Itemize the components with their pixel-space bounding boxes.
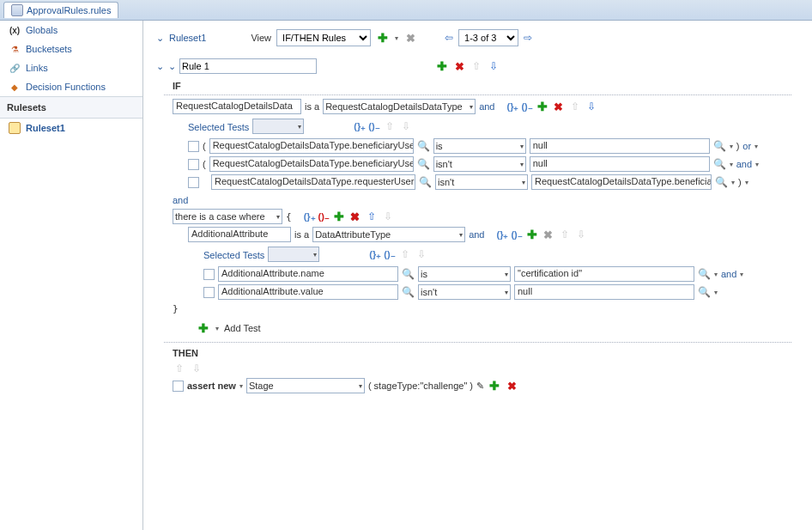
test-op-select[interactable]: isn't▾ xyxy=(435,174,528,190)
action-down-button[interactable]: ⇩ xyxy=(190,362,203,375)
add-pattern-button[interactable]: ✚ xyxy=(332,210,346,223)
bracket-add-icon[interactable]: (}₊ xyxy=(496,229,508,241)
test-checkbox[interactable] xyxy=(188,177,199,188)
test-op-select[interactable]: isn't▾ xyxy=(433,156,526,172)
rhs-menu-icon[interactable]: ▾ xyxy=(731,179,735,186)
add-rule-menu-icon[interactable]: ▾ xyxy=(395,34,398,42)
rhs-menu-icon[interactable]: ▾ xyxy=(714,271,718,278)
pattern-down-button[interactable]: ⇩ xyxy=(381,210,395,223)
rhs-menu-icon[interactable]: ▾ xyxy=(730,161,733,168)
action-verb[interactable]: assert new xyxy=(187,381,236,391)
test-rhs-field[interactable]: null xyxy=(530,156,710,172)
action-menu-icon[interactable]: ▾ xyxy=(239,382,243,390)
conjunction-label[interactable]: and xyxy=(736,159,752,169)
rule-add-button[interactable]: ✚ xyxy=(435,59,449,73)
conjunction-label[interactable]: and xyxy=(721,269,736,279)
condition-up-button[interactable]: ⇧ xyxy=(558,228,572,241)
delete-condition-button[interactable]: ✖ xyxy=(552,100,566,113)
pattern-up-button[interactable]: ⇧ xyxy=(365,210,379,223)
action-target-select[interactable]: Stage▾ xyxy=(246,378,365,393)
condition-up-button[interactable]: ⇧ xyxy=(568,100,582,113)
action-up-button[interactable]: ⇧ xyxy=(173,362,186,375)
edit-params-icon[interactable]: ✎ xyxy=(476,381,484,392)
bracket-add-icon[interactable]: (}₊ xyxy=(369,249,381,260)
bracket-remove-icon[interactable]: ()₋ xyxy=(318,211,330,222)
ptest-rhs-field[interactable]: null xyxy=(514,284,694,300)
bracket-add-icon[interactable]: (}₊ xyxy=(304,211,316,222)
test-rhs-field[interactable]: null xyxy=(530,138,710,154)
isa-right-select[interactable]: RequestCatalogDetailsDataType▾ xyxy=(323,99,476,114)
conjunction-menu-icon[interactable]: ▾ xyxy=(740,271,743,278)
test-lhs-field[interactable]: RequestCatalogDetailsDataType.beneficiar… xyxy=(209,138,414,154)
test-lhs-field[interactable]: RequestCatalogDetailsDataType.requesterU… xyxy=(211,174,415,190)
pager-next-button[interactable]: ⇨ xyxy=(524,32,532,44)
ptest-op-select[interactable]: is▾ xyxy=(418,266,511,282)
add-rule-button[interactable]: ✚ xyxy=(376,31,390,45)
conjunction-menu-icon[interactable]: ▾ xyxy=(745,179,748,186)
tests-down-button[interactable]: ⇩ xyxy=(399,119,413,133)
test-lhs-field[interactable]: RequestCatalogDetailsDataType.beneficiar… xyxy=(209,156,414,172)
rhs-menu-icon[interactable]: ▾ xyxy=(730,143,733,150)
view-select[interactable]: IF/THEN Rules xyxy=(276,29,371,46)
add-test-button[interactable]: ✚ xyxy=(197,321,210,335)
test-checkbox[interactable] xyxy=(203,287,215,298)
rule-collapse-icon[interactable]: ⌄ xyxy=(155,61,164,72)
test-checkbox[interactable] xyxy=(188,141,199,152)
magnifier-icon[interactable]: 🔍 xyxy=(417,140,430,152)
ptest-op-select[interactable]: isn't▾ xyxy=(418,284,511,300)
condition-down-button[interactable]: ⇩ xyxy=(585,100,598,113)
conjunction-menu-icon[interactable]: ▾ xyxy=(755,161,759,168)
delete-pattern-button[interactable]: ✖ xyxy=(348,210,362,223)
pager-prev-button[interactable]: ⇦ xyxy=(445,32,453,44)
magnifier-icon[interactable]: 🔍 xyxy=(715,176,728,188)
bracket-remove-icon[interactable]: ()₋ xyxy=(368,121,379,132)
selected-tests-select[interactable]: ▾ xyxy=(268,247,319,262)
sidebar-item-ruleset1[interactable]: Ruleset1 xyxy=(0,119,142,137)
selected-tests-select[interactable]: ▾ xyxy=(252,119,304,134)
test-checkbox[interactable] xyxy=(203,269,215,280)
magnifier-icon[interactable]: 🔍 xyxy=(713,140,726,152)
magnifier-icon[interactable]: 🔍 xyxy=(698,268,711,280)
ptest-lhs-field[interactable]: AdditionalAttribute.name xyxy=(218,266,398,282)
tests-up-button[interactable]: ⇧ xyxy=(383,119,397,133)
delete-action-button[interactable]: ✖ xyxy=(505,379,518,393)
pattern-isa-right-select[interactable]: DataAttributeType▾ xyxy=(312,227,465,242)
bracket-add-icon[interactable]: (}₊ xyxy=(354,121,366,132)
delete-rule-button[interactable]: ✖ xyxy=(403,31,417,45)
add-test-menu-icon[interactable]: ▾ xyxy=(215,325,219,332)
add-action-button[interactable]: ✚ xyxy=(488,379,501,393)
conjunction-label[interactable]: or xyxy=(742,141,751,151)
bracket-remove-icon[interactable]: ()₋ xyxy=(384,249,395,260)
ptest-lhs-field[interactable]: AdditionalAttribute.value xyxy=(218,284,398,300)
magnifier-icon[interactable]: 🔍 xyxy=(713,158,726,170)
add-condition-button[interactable]: ✚ xyxy=(525,228,539,241)
conjunction-menu-icon[interactable]: ▾ xyxy=(754,143,758,150)
isa-left-field[interactable]: RequestCatalogDetailsData xyxy=(173,99,301,114)
action-checkbox[interactable] xyxy=(173,381,184,392)
pattern-isa-left[interactable]: AdditionalAttribute xyxy=(188,227,291,242)
sidebar-item-globals[interactable]: (x) Globals xyxy=(0,21,142,40)
rule-name-input[interactable] xyxy=(179,58,317,74)
rule-move-up-button[interactable]: ⇧ xyxy=(470,59,483,73)
rhs-menu-icon[interactable]: ▾ xyxy=(714,289,718,296)
pager-select[interactable]: 1-3 of 3 xyxy=(458,29,518,46)
add-brace-right-icon[interactable]: ()₋ xyxy=(521,101,532,113)
magnifier-icon[interactable]: 🔍 xyxy=(417,158,430,170)
rule-expand-icon[interactable]: ⌄ xyxy=(167,61,176,72)
sidebar-item-decision-functions[interactable]: ◆ Decision Functions xyxy=(0,77,142,96)
rule-move-down-button[interactable]: ⇩ xyxy=(487,59,500,73)
tests-up-button[interactable]: ⇧ xyxy=(398,247,412,261)
bracket-remove-icon[interactable]: ()₋ xyxy=(511,229,522,241)
rule-delete-button[interactable]: ✖ xyxy=(452,59,466,73)
tests-down-button[interactable]: ⇩ xyxy=(415,247,428,261)
magnifier-icon[interactable]: 🔍 xyxy=(402,268,415,280)
test-rhs-field[interactable]: RequestCatalogDetailsDataType.beneficiar… xyxy=(531,174,712,190)
pattern-prefix-select[interactable]: there is a case where▾ xyxy=(173,209,282,224)
sidebar-item-links[interactable]: 🔗 Links xyxy=(0,58,142,77)
delete-condition-button[interactable]: ✖ xyxy=(542,228,555,241)
expand-toggle-icon[interactable]: ⌄ xyxy=(155,33,164,44)
condition-down-button[interactable]: ⇩ xyxy=(574,228,588,241)
magnifier-icon[interactable]: 🔍 xyxy=(402,286,415,298)
test-checkbox[interactable] xyxy=(188,159,199,170)
add-brace-left-icon[interactable]: (}₊ xyxy=(506,101,518,113)
